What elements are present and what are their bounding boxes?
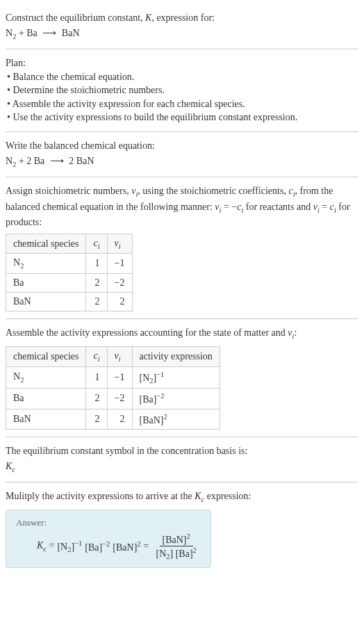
stoich-section: Assign stoichiometric numbers, νi, using… [6,177,358,319]
species-ban: BaN [59,28,79,38]
cell-nu: −2 [107,389,132,409]
col-activity: activity expression [132,346,220,366]
text: Assign stoichiometric numbers, [6,186,131,196]
eq: = [320,202,330,212]
activity-title: Assemble the activity expressions accoun… [6,326,358,341]
var-k: K [195,491,201,501]
table-header-row: chemical species ci νi [6,234,133,254]
sup: 2 [137,540,140,548]
plan-bullet: • Determine the stoichiometric numbers. [6,83,358,97]
answer-box: Answer: Kc = [N2]−1 [Ba]−2 [BaN]2 = [BaN… [6,510,211,568]
text: chemical species [13,238,78,249]
text: [N [57,541,67,551]
table-row: N2 1 −1 [N2]−1 [6,366,220,388]
text: expression: [204,491,251,501]
col-nui: νi [107,234,132,254]
kc-lhs: Kc = [37,540,54,553]
sub: 2 [20,262,24,270]
cell-species: N2 [6,366,86,388]
prompt-section: Construct the equilibrium constant, K, e… [6,4,358,49]
table-row: BaN 2 2 [6,293,133,311]
stoich-table: chemical species ci νi N2 1 −1 Ba 2 −2 B… [6,234,133,312]
text: : [294,327,297,338]
eq: = [144,541,149,552]
text: [N [156,548,167,558]
arrow-icon: ⟶ [47,156,67,166]
text: [BaN] [163,535,187,545]
text: [N [140,372,150,382]
var-k: K [37,540,43,551]
answer-label: Answer: [16,517,201,528]
fraction: [BaN]2 [N2] [Ba]2 [154,533,199,560]
var-k: K [6,461,12,471]
sup: 2 [164,413,167,421]
cell-activity: [N2]−1 [132,366,220,388]
rhs: 2 BaN [67,156,94,166]
text: Assemble the activity expressions accoun… [6,327,288,338]
sub: i [98,242,100,250]
cell-species: Ba [6,389,86,409]
sub: i [98,355,100,363]
cell-species: Ba [6,274,86,293]
cell-activity: [Ba]−2 [132,389,220,409]
fraction-numerator: [BaN]2 [160,533,193,546]
text: , using the stoichiometric coefficients, [138,186,288,196]
species-n2: N [6,156,13,166]
cell-nu: −2 [107,274,132,293]
col-ci: ci [86,346,107,366]
sub: c [12,466,15,473]
prompt-text: Construct the equilibrium constant, K, e… [6,11,358,25]
sup: −1 [74,539,82,547]
text: Construct the equilibrium constant, [6,13,145,23]
species-n2: N [6,28,13,38]
kc-symbol: Kc [6,460,358,475]
cell-nu: 2 [107,409,132,430]
text: chemical species [13,351,78,362]
cell-c: 2 [86,409,107,430]
cell-activity: [BaN]2 [132,409,220,430]
term-n2: [N2]−1 [57,539,82,553]
activity-section: Assemble the activity expressions accoun… [6,319,358,437]
text: N [13,371,20,382]
text: [BaN] [113,542,137,552]
fraction-denominator: [N2] [Ba]2 [154,546,199,560]
table-header-row: chemical species ci νi activity expressi… [6,346,220,366]
cell-c: 1 [86,254,107,274]
balanced-section: Write the balanced chemical equation: N2… [6,132,358,177]
eq: = [47,540,54,551]
cell-c: 2 [86,274,107,293]
sup: −1 [156,371,164,378]
plan-title: Plan: [6,56,358,70]
text: [Ba [140,394,154,405]
plan-bullet: • Assemble the activity expression for e… [6,97,358,111]
balanced-equation: N2 + 2 Ba ⟶ 2 BaN [6,154,358,170]
cell-nu: −1 [107,366,132,388]
var-k: K [145,13,151,23]
sub: i [119,355,121,363]
cell-c: 2 [86,293,107,311]
sup: −2 [156,392,164,400]
sup: −2 [102,540,110,548]
plan-section: Plan: • Balance the chemical equation. •… [6,49,358,132]
cell-species: BaN [6,293,86,311]
multiply-title: Mulitply the activity expressions to arr… [6,489,358,505]
plus: + Ba [16,28,40,38]
cell-nu: −1 [107,254,132,274]
col-species: chemical species [6,234,86,254]
cell-species: BaN [6,409,86,430]
text: ] [Ba] [170,548,193,558]
eq: = − [221,202,237,212]
stoich-intro: Assign stoichiometric numbers, νi, using… [6,184,358,229]
cell-nu: 2 [107,293,132,311]
table-row: Ba 2 −2 [6,274,133,293]
plan-bullet: • Use the activity expressions to build … [6,111,358,124]
sub: i [119,242,121,250]
term-ban: [BaN]2 [113,540,140,553]
text: [BaN [140,414,160,425]
table-row: BaN 2 2 [BaN]2 [6,409,220,430]
multiply-section: Mulitply the activity expressions to arr… [6,482,358,575]
kc-expression: Kc = [N2]−1 [Ba]−2 [BaN]2 = [BaN]2 [N2] … [16,533,201,560]
cell-species: N2 [6,254,86,274]
sub: 2 [20,376,24,384]
sup: 2 [187,533,190,540]
